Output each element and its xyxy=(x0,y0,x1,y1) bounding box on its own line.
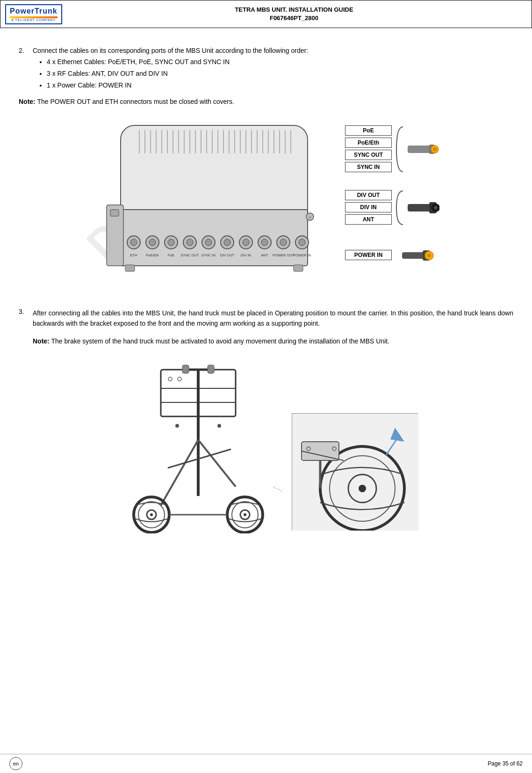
header-title: TETRA MBS UNIT. INSTALLATION GUIDE F0676… xyxy=(61,6,527,22)
svg-point-40 xyxy=(205,239,212,246)
svg-point-100 xyxy=(217,424,221,428)
step2-bullets: 4 x Ethernet Cables: PoE/ETH, PoE, SYNC … xyxy=(47,57,513,90)
svg-text:PoE: PoE xyxy=(168,253,174,257)
logo-text-main: PowerTrunk xyxy=(10,7,58,15)
label-group-1: PoE PoE/Eth SYNC OUT SYNC IN xyxy=(345,125,439,173)
svg-text:SYNC OUT: SYNC OUT xyxy=(181,253,199,257)
label-group-3: POWER IN xyxy=(345,247,439,264)
svg-rect-97 xyxy=(182,365,189,373)
brace-2 xyxy=(392,190,407,226)
svg-point-50 xyxy=(299,239,305,246)
label-ant: ANT xyxy=(345,214,392,225)
step3-item: 3. After connecting all the cables into … xyxy=(19,308,513,346)
bullet-1: 4 x Ethernet Cables: PoE/ETH, PoE, SYNC … xyxy=(47,57,513,67)
svg-rect-107 xyxy=(302,442,339,460)
label-power-in: POWER IN xyxy=(345,250,392,260)
step2-number: 2. xyxy=(19,47,28,93)
svg-point-99 xyxy=(175,424,179,428)
svg-point-32 xyxy=(130,239,137,246)
note1-label: Note: xyxy=(19,98,36,105)
svg-text:ANT: ANT xyxy=(261,253,268,257)
svg-point-77 xyxy=(427,254,431,257)
svg-line-101 xyxy=(273,487,282,496)
svg-text:+: + xyxy=(309,215,311,219)
step2-item: 2. Connect the cables on its correspondi… xyxy=(19,47,513,93)
svg-text:DIV OUT: DIV OUT xyxy=(220,253,235,257)
svg-point-36 xyxy=(168,239,174,246)
diagram-section: + ETH PoE/Eth PoE SYNC OUT SYNC IN DIV O… xyxy=(19,116,513,294)
cable-icon-1 xyxy=(407,141,439,158)
svg-rect-102 xyxy=(292,414,418,531)
logo-box: PowerTrunk A TELIGENT COMPANY xyxy=(5,4,62,24)
note2-label: Note: xyxy=(33,337,50,345)
svg-rect-98 xyxy=(208,365,214,373)
label-div-in: DIV IN xyxy=(345,202,392,212)
note1-text: The POWER OUT and ETH connectors must be… xyxy=(37,98,234,105)
note2-text: The brake system of the hand truck must … xyxy=(51,337,389,345)
label-poe: PoE xyxy=(345,125,392,136)
handtruck-main xyxy=(114,356,282,535)
svg-text:DIV IN: DIV IN xyxy=(241,253,251,257)
mbs-diagram-svg: + ETH PoE/Eth PoE SYNC OUT SYNC IN DIV O… xyxy=(93,116,336,294)
cable-icon-2 xyxy=(407,199,439,216)
cable-icon-3 xyxy=(401,247,434,264)
step3-number: 3. xyxy=(19,308,28,346)
label-div-out: DIV OUT xyxy=(345,190,392,200)
svg-rect-70 xyxy=(408,204,431,211)
mbs-unit-area: + ETH PoE/Eth PoE SYNC OUT SYNC IN DIV O… xyxy=(93,116,336,294)
svg-text:PoE/Eth: PoE/Eth xyxy=(146,253,159,257)
svg-rect-66 xyxy=(408,146,431,153)
logo-text-sub: A TELIGENT COMPANY xyxy=(11,18,56,22)
note1: Note: The POWER OUT and ETH connectors m… xyxy=(19,97,513,107)
closeup-svg xyxy=(292,414,418,531)
label-sync-out: SYNC OUT xyxy=(345,150,392,160)
svg-point-90 xyxy=(150,513,153,516)
brace-1 xyxy=(392,126,407,173)
svg-rect-74 xyxy=(402,252,424,259)
labels-panel: PoE PoE/Eth SYNC OUT SYNC IN xyxy=(345,125,439,271)
logo-area: PowerTrunk A TELIGENT COMPANY xyxy=(5,4,61,24)
svg-text:SYNC IN: SYNC IN xyxy=(201,253,216,257)
footer-language: en xyxy=(9,757,22,770)
step2-content: Connect the cables on its corresponding … xyxy=(33,47,513,93)
label-sync-in: SYNC IN xyxy=(345,162,392,172)
svg-point-34 xyxy=(149,239,156,246)
note2: Note: The brake system of the hand truck… xyxy=(33,337,389,345)
labels-col-1: PoE PoE/Eth SYNC OUT SYNC IN xyxy=(345,125,392,173)
svg-point-106 xyxy=(359,485,366,492)
svg-rect-63 xyxy=(125,265,135,271)
step3-section: 3. After connecting all the cables into … xyxy=(19,308,513,346)
svg-point-44 xyxy=(243,239,249,246)
bullet-2: 3 x RF Cables: ANT, DIV OUT and DIV IN xyxy=(47,69,513,79)
step3-text: After connecting all the cables into the… xyxy=(33,308,513,329)
svg-point-83 xyxy=(178,377,181,381)
main-content: DRAFT 2. Connect the cables on its corre… xyxy=(0,28,532,554)
label-poe-eth: PoE/Eth xyxy=(345,138,392,148)
handtruck-closeup xyxy=(292,413,418,530)
svg-point-82 xyxy=(168,377,172,381)
svg-line-85 xyxy=(198,440,236,487)
svg-text:POWER OUT: POWER OUT xyxy=(273,253,295,257)
handtruck-section xyxy=(19,356,513,535)
step2-text: Connect the cables on its corresponding … xyxy=(33,47,308,54)
svg-line-84 xyxy=(161,440,198,505)
step3-content: After connecting all the cables into the… xyxy=(33,308,513,346)
footer-page-number: Page 35 of 62 xyxy=(488,760,523,767)
page-header: PowerTrunk A TELIGENT COMPANY TETRA MBS … xyxy=(0,0,532,28)
svg-point-46 xyxy=(261,239,268,246)
bullet-3: 1 x Power Cable: POWER IN xyxy=(47,80,513,90)
svg-text:ETH: ETH xyxy=(130,253,137,257)
svg-point-38 xyxy=(187,239,193,246)
labels-col-2: DIV OUT DIV IN ANT xyxy=(345,190,392,226)
page-footer: en Page 35 of 62 xyxy=(0,754,532,773)
svg-point-42 xyxy=(224,239,230,246)
svg-text:POWER IN: POWER IN xyxy=(293,253,311,257)
svg-point-48 xyxy=(280,239,287,246)
handtruck-svg xyxy=(114,356,282,533)
svg-rect-65 xyxy=(110,210,119,216)
svg-point-94 xyxy=(244,513,246,516)
svg-rect-64 xyxy=(294,265,303,271)
label-group-2: DIV OUT DIV IN ANT xyxy=(345,190,439,226)
svg-point-69 xyxy=(433,147,437,151)
labels-col-3: POWER IN xyxy=(345,250,392,261)
